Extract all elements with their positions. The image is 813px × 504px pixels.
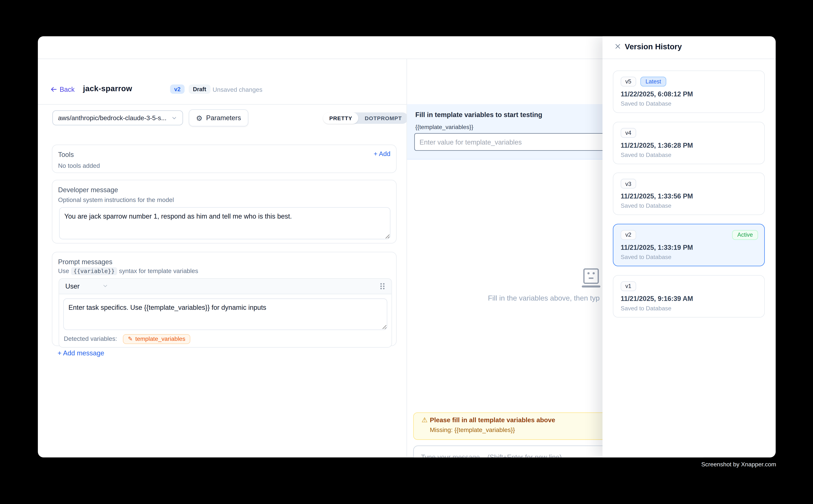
unsaved-changes-label: Unsaved changes	[213, 86, 263, 93]
version-card-v3[interactable]: v3 11/21/2025, 1:33:56 PM Saved to Datab…	[613, 172, 765, 215]
drag-handle-icon[interactable]	[380, 282, 385, 290]
back-button[interactable]: Back	[50, 85, 75, 93]
chevron-down-icon[interactable]	[102, 283, 109, 289]
header-divider	[38, 104, 406, 105]
prompt-message-block: User Enter task specifics. Use {{templat…	[59, 278, 392, 347]
prompt-messages-hint: Use {{variable}} syntax for template var…	[58, 267, 198, 274]
screenshot-stage: Back jack-sparrow v2 Draft Unsaved chang…	[0, 0, 813, 504]
version-history-panel: Version History v5 Latest 11/22/2025, 6:…	[602, 36, 776, 457]
toggle-dotprompt[interactable]: DOTPROMPT	[358, 112, 408, 124]
tools-empty-text: No tools added	[58, 162, 100, 169]
version-status: Saved to Database	[621, 305, 672, 311]
tools-card: Tools + Add No tools added	[52, 144, 397, 173]
model-selector[interactable]: aws/anthropic/bedrock-claude-3-5-s...	[52, 110, 183, 125]
prompt-message-input[interactable]: Enter task specifics. Use {{template_var…	[63, 298, 387, 330]
parameters-label: Parameters	[206, 114, 241, 122]
arrow-left-icon	[50, 86, 57, 93]
active-badge: Active	[732, 230, 758, 240]
hint-suffix: syntax for template variables	[119, 267, 198, 274]
latest-badge: Latest	[641, 76, 666, 86]
template-variables-title: Fill in template variables to start test…	[415, 111, 542, 119]
page-title: jack-sparrow	[83, 84, 132, 93]
template-variable-name: {{template_variables}}	[415, 124, 473, 130]
developer-message-subtitle: Optional system instructions for the mod…	[58, 197, 174, 204]
version-timestamp: 11/21/2025, 9:16:39 AM	[621, 294, 693, 302]
version-badge: v2	[621, 230, 636, 240]
model-selector-value: aws/anthropic/bedrock-claude-3-5-s...	[58, 114, 171, 121]
message-role-header: User	[59, 279, 392, 294]
detected-variables-label: Detected variables:	[64, 335, 117, 342]
robot-icon	[582, 268, 600, 288]
version-status: Saved to Database	[621, 100, 672, 107]
add-message-button[interactable]: + Add message	[57, 349, 104, 357]
variable-syntax-chip: {{variable}}	[71, 267, 117, 275]
warning-icon: ⚠	[421, 416, 428, 424]
hint-prefix: Use	[58, 267, 69, 274]
prompt-messages-card: Prompt messages Use {{variable}} syntax …	[52, 252, 397, 346]
version-status: Saved to Database	[621, 203, 672, 209]
detected-variable-chip[interactable]: ✎ template_variables	[123, 334, 190, 344]
close-icon[interactable]	[615, 43, 621, 50]
draft-badge: Draft	[188, 84, 210, 94]
version-badge: v1	[621, 281, 636, 291]
version-card-v1[interactable]: v1 11/21/2025, 9:16:39 AM Saved to Datab…	[613, 275, 765, 317]
version-timestamp: 11/22/2025, 6:08:12 PM	[621, 90, 693, 98]
developer-message-title: Developer message	[58, 186, 118, 194]
developer-message-card: Developer message Optional system instru…	[52, 180, 397, 243]
version-badge: v5	[621, 76, 636, 86]
version-status: Saved to Database	[621, 152, 672, 158]
version-card-v5[interactable]: v5 Latest 11/22/2025, 6:08:12 PM Saved t…	[613, 70, 765, 113]
version-timestamp: 11/21/2025, 1:36:28 PM	[621, 141, 693, 149]
version-badge: v3	[621, 179, 636, 188]
detected-variable-name: template_variables	[135, 336, 185, 342]
version-badge: v4	[621, 128, 636, 138]
warning-title: Please fill in all template variables ab…	[430, 416, 555, 424]
parameters-button[interactable]: ⚙ Parameters	[188, 109, 248, 126]
prompt-messages-title: Prompt messages	[58, 258, 112, 266]
version-status: Saved to Database	[621, 254, 672, 260]
version-card-v4[interactable]: v4 11/21/2025, 1:36:28 PM Saved to Datab…	[613, 121, 765, 164]
version-timestamp: 11/21/2025, 1:33:19 PM	[621, 243, 693, 251]
pencil-icon: ✎	[128, 335, 133, 342]
back-label: Back	[60, 85, 75, 93]
tools-title: Tools	[58, 150, 74, 158]
warning-detail: Missing: {{template_variables}}	[430, 426, 515, 433]
version-timestamp: 11/21/2025, 1:33:56 PM	[621, 192, 693, 200]
detected-variables-row: Detected variables: ✎ template_variables	[64, 334, 190, 344]
version-card-v2-active[interactable]: v2 Active 11/21/2025, 1:33:19 PM Saved t…	[613, 224, 765, 266]
version-history-title: Version History	[625, 42, 682, 51]
developer-message-input[interactable]: You are jack sparrow number 1, respond a…	[59, 208, 390, 240]
empty-state-hint: Fill in the variables above, then typ	[488, 294, 600, 302]
gear-icon: ⚙	[196, 114, 202, 121]
view-mode-toggle: PRETTY DOTPROMPT	[323, 112, 408, 124]
version-history-divider	[602, 58, 776, 59]
toggle-pretty[interactable]: PRETTY	[323, 112, 358, 124]
app-window: Back jack-sparrow v2 Draft Unsaved chang…	[38, 36, 776, 457]
version-badge: v2	[170, 84, 184, 94]
watermark-label: Screenshot by Xnapper.com	[701, 461, 776, 467]
role-select-value[interactable]: User	[65, 282, 80, 290]
add-tool-button[interactable]: + Add	[374, 150, 390, 157]
chevron-down-icon	[171, 115, 177, 121]
